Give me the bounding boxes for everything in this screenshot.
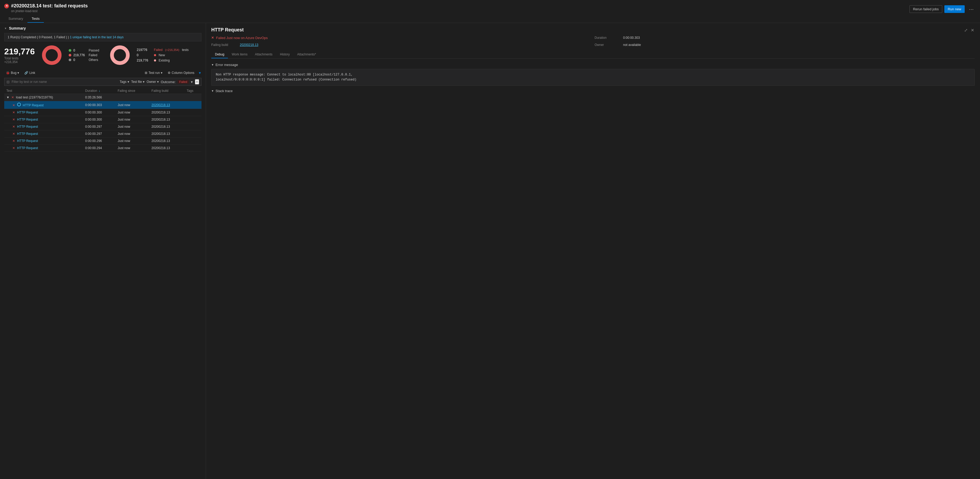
table-row[interactable]: ✕ HTTP Request 0:00:00.294 Just now 2020… bbox=[4, 144, 202, 152]
link-button[interactable]: 🔗 Link bbox=[23, 70, 37, 76]
row-6-name[interactable]: ✕ HTTP Request bbox=[4, 144, 83, 152]
legend-1: 0 Passed 219,776 Failed 0 Others bbox=[68, 49, 103, 62]
failed-count: 219,776 bbox=[73, 53, 87, 57]
passed-label: Passed bbox=[89, 49, 99, 52]
row-4-failing-since: Just now bbox=[115, 130, 149, 138]
new-dot bbox=[154, 54, 156, 56]
outcome-chevron-icon[interactable]: ▾ bbox=[191, 80, 193, 84]
col-test[interactable]: Test bbox=[4, 88, 83, 94]
summary-section-header[interactable]: ▼ Summary bbox=[4, 26, 202, 30]
failing-build-value[interactable]: 20200218.13 bbox=[240, 43, 258, 47]
stat-failed-row: 219776 Failed (+216,354) tests bbox=[137, 48, 195, 52]
error-message-box: Non HTTP response message: Connect to lo… bbox=[211, 69, 975, 86]
col-duration[interactable]: Duration ↓ bbox=[83, 88, 115, 94]
expand-panel-button[interactable]: ⤢ bbox=[964, 27, 968, 33]
row-3-name[interactable]: ✕ HTTP Request bbox=[4, 123, 83, 130]
owner-label: Owner bbox=[595, 43, 621, 47]
col-tags[interactable]: Tags bbox=[185, 88, 202, 94]
row-1-failing-build[interactable]: 20200218.13 bbox=[150, 109, 185, 116]
header-tabs: Summary Tests bbox=[4, 15, 88, 23]
tab-attachments-star[interactable]: Attachments* bbox=[293, 51, 320, 58]
tab-debug[interactable]: Debug bbox=[211, 51, 228, 58]
row-6-duration: 0:00:00.294 bbox=[83, 144, 115, 152]
bug-button[interactable]: 🐞 Bug ▾ bbox=[4, 70, 21, 76]
donut-chart-2 bbox=[109, 44, 130, 66]
stack-trace-header[interactable]: ▼ Stack trace bbox=[211, 89, 975, 93]
table-row[interactable]: ✕ HTTP Request 0:00:00.303 Just now 2020… bbox=[4, 101, 202, 109]
table-row[interactable]: ✕ HTTP Request 0:00:00.296 Just now 2020… bbox=[4, 138, 202, 144]
clear-filter-button[interactable]: ✕ bbox=[195, 79, 199, 84]
legend-others: 0 Others bbox=[68, 58, 103, 62]
detail-title: HTTP Request bbox=[211, 27, 244, 33]
row-5-fail-icon: ✕ bbox=[13, 139, 15, 143]
run-new-button[interactable]: Run new bbox=[944, 5, 965, 13]
table-row[interactable]: ✕ HTTP Request 0:00:00.297 Just now 2020… bbox=[4, 123, 202, 130]
error-message-header[interactable]: ▼ Error message bbox=[211, 63, 975, 67]
passed-dot bbox=[68, 49, 71, 52]
row-0-name[interactable]: ✕ HTTP Request bbox=[4, 101, 83, 109]
duration-row: Duration 0:00:00.303 bbox=[595, 36, 975, 40]
tags-dropdown[interactable]: Tags ▾ bbox=[119, 80, 129, 84]
tab-attachments[interactable]: Attachments bbox=[251, 51, 276, 58]
rerun-failed-jobs-button[interactable]: Rerun failed jobs bbox=[910, 5, 942, 13]
row-3-duration: 0:00:00.297 bbox=[83, 123, 115, 130]
group-collapse-icon[interactable]: ▼ bbox=[6, 95, 10, 99]
group-row[interactable]: ▼ ✕ load test (219776/219776) 0:35:26.56… bbox=[4, 94, 202, 101]
filter-icon[interactable]: ▼ bbox=[198, 71, 202, 75]
close-panel-button[interactable]: ✕ bbox=[970, 27, 975, 33]
row-5-name[interactable]: ✕ HTTP Request bbox=[4, 138, 83, 144]
filter-bar: ⊡ Tags ▾ Test file ▾ Owner ▾ Outcome: Fa… bbox=[4, 78, 202, 86]
tab-work-items[interactable]: Work items bbox=[228, 51, 251, 58]
status-row: ✕ Failed Just now on Azure DevOps bbox=[211, 36, 592, 40]
failed-label: Failed bbox=[89, 53, 97, 57]
owner-dropdown[interactable]: Owner ▾ bbox=[146, 80, 158, 84]
svg-point-3 bbox=[112, 47, 128, 63]
tab-history[interactable]: History bbox=[276, 51, 293, 58]
right-existing-count: 219,776 bbox=[137, 59, 151, 62]
summary-collapse-icon[interactable]: ▼ bbox=[4, 27, 7, 30]
test-file-dropdown[interactable]: Test file ▾ bbox=[131, 80, 145, 84]
right-stats: 219776 Failed (+216,354) tests 0 New 219… bbox=[137, 48, 195, 62]
failing-build-row: Failing build 20200218.13 bbox=[211, 43, 592, 47]
row-1-name[interactable]: ✕ HTTP Request bbox=[4, 109, 83, 116]
total-tests-delta: +216,354 bbox=[4, 60, 35, 64]
table-row[interactable]: ✕ HTTP Request 0:00:00.300 Just now 2020… bbox=[4, 109, 202, 116]
test-run-button[interactable]: ⊞ Test run ▾ bbox=[143, 70, 164, 76]
search-input[interactable] bbox=[12, 80, 118, 84]
row-2-name[interactable]: ✕ HTTP Request bbox=[4, 116, 83, 123]
info-banner-link[interactable]: 1 unique failing test in the last 14 day… bbox=[70, 35, 123, 39]
panel-controls: ⤢ ✕ bbox=[964, 27, 975, 33]
tab-tests[interactable]: Tests bbox=[27, 15, 44, 23]
duration-value: 0:00:00.303 bbox=[623, 36, 640, 40]
group-row-name[interactable]: ▼ ✕ load test (219776/219776) bbox=[4, 94, 83, 101]
row-4-name[interactable]: ✕ HTTP Request bbox=[4, 130, 83, 138]
row-1-fail-icon: ✕ bbox=[13, 111, 15, 114]
table-row[interactable]: ✕ HTTP Request 0:00:00.297 Just now 2020… bbox=[4, 130, 202, 138]
error-collapse-icon[interactable]: ▼ bbox=[211, 63, 214, 66]
row-4-fail-icon: ✕ bbox=[13, 132, 15, 136]
row-3-fail-icon: ✕ bbox=[13, 125, 15, 128]
tab-summary[interactable]: Summary bbox=[4, 15, 27, 23]
more-options-button[interactable]: ⋯ bbox=[967, 6, 976, 13]
duration-label: Duration bbox=[595, 36, 621, 40]
col-failing-build[interactable]: Failing build bbox=[150, 88, 185, 94]
status-text: Failed Just now on Azure DevOps bbox=[216, 36, 268, 40]
col-failing-since[interactable]: Failing since bbox=[115, 88, 149, 94]
row-6-failing-since: Just now bbox=[115, 144, 149, 152]
right-tests-label: tests bbox=[182, 48, 189, 52]
test-file-chevron-icon: ▾ bbox=[143, 80, 145, 84]
outcome-label: Outcome: bbox=[161, 80, 176, 84]
table-row[interactable]: ✕ HTTP Request 0:00:00.300 Just now 2020… bbox=[4, 116, 202, 123]
main-layout: ▼ Summary 1 Run(s) Completed ( 0 Passed,… bbox=[0, 23, 980, 479]
stat-new-row: 0 New bbox=[137, 53, 195, 57]
toolbar-right: ⊞ Test run ▾ ⚙ Column Options ▼ bbox=[143, 70, 202, 76]
row-3-failing-build: 20200218.13 bbox=[150, 123, 185, 130]
row-1-duration: 0:00:00.300 bbox=[83, 109, 115, 116]
stack-collapse-icon[interactable]: ▼ bbox=[211, 89, 214, 92]
row-5-duration: 0:00:00.296 bbox=[83, 138, 115, 144]
row-0-duration: 0:00:00.303 bbox=[83, 101, 115, 109]
fail-x-icon: ✕ bbox=[211, 36, 214, 40]
row-0-failing-build[interactable]: 20200218.13 bbox=[150, 101, 185, 109]
column-options-button[interactable]: ⚙ Column Options bbox=[166, 70, 196, 76]
others-dot bbox=[68, 59, 71, 61]
